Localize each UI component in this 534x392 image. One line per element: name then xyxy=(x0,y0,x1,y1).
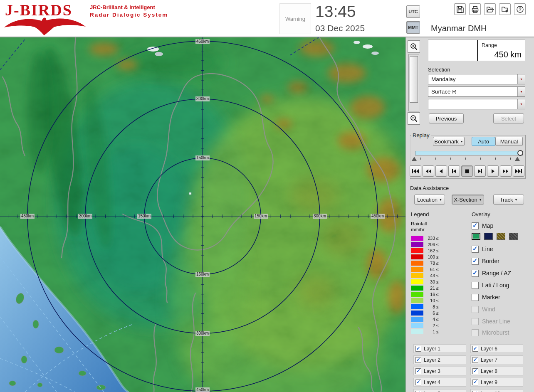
layer-item[interactable]: Layer 2 xyxy=(413,355,466,364)
legend-label: Legend xyxy=(411,211,429,217)
open-button[interactable] xyxy=(484,3,496,15)
station-name: Myanmar DMH xyxy=(431,24,487,33)
location-button[interactable]: Location▼ xyxy=(414,195,445,205)
layer-item[interactable]: Layer 3 xyxy=(413,367,466,375)
extra-dropdown-value xyxy=(428,99,517,109)
product-dropdown[interactable]: Surface R ▼ xyxy=(428,86,525,97)
previous-button[interactable]: Previous xyxy=(429,113,464,123)
auto-mode-button[interactable]: Auto xyxy=(472,137,495,146)
legend-swatch xyxy=(411,304,423,309)
skip-to-start-button[interactable] xyxy=(410,165,421,177)
zoom-scrollbar-thumb[interactable] xyxy=(410,56,418,103)
extra-dropdown[interactable]: ▼ xyxy=(428,99,525,109)
slider-start-marker[interactable] xyxy=(412,157,417,161)
overlay-item-map[interactable]: Map xyxy=(472,222,493,230)
layer-label: Layer 8 xyxy=(481,368,497,374)
zoom-out-button[interactable] xyxy=(408,112,420,125)
overlay-item-border[interactable]: Border xyxy=(472,257,499,265)
layer-label: Layer 4 xyxy=(424,380,440,385)
fast-forward-icon xyxy=(502,169,509,174)
ring-label: 150km xyxy=(137,214,151,219)
map-palette-swatch-1[interactable] xyxy=(472,233,480,240)
checkbox[interactable] xyxy=(415,380,421,385)
chevron-down-icon: ▼ xyxy=(439,198,442,201)
fast-forward-button[interactable] xyxy=(500,165,512,177)
play-backward-button[interactable] xyxy=(435,165,447,177)
checkbox[interactable] xyxy=(472,357,478,363)
checkbox[interactable] xyxy=(415,357,421,363)
clock-date: 03 Dec 2025 xyxy=(315,23,365,33)
ring-label: 150km xyxy=(254,214,268,219)
layer-item[interactable]: Layer 8 xyxy=(470,367,523,375)
track-button[interactable]: Track▼ xyxy=(493,195,524,205)
fast-rewind-button[interactable] xyxy=(423,165,434,177)
skip-to-end-button[interactable] xyxy=(513,165,524,177)
checkbox[interactable] xyxy=(415,368,421,374)
overlay-item-marker[interactable]: Marker xyxy=(472,293,500,301)
checkbox[interactable] xyxy=(472,380,478,385)
layer-label: Layer 3 xyxy=(424,368,440,374)
help-button[interactable]: ? xyxy=(514,3,526,15)
checkbox[interactable] xyxy=(472,222,479,229)
overlay-item-lati-long[interactable]: Lati / Long xyxy=(472,281,509,289)
selection-label: Selection xyxy=(428,67,450,73)
step-forward-button[interactable] xyxy=(474,165,486,177)
zoom-scrollbar[interactable] xyxy=(408,54,419,111)
track-label: Track xyxy=(500,197,513,203)
site-dropdown[interactable]: Mandalay ▼ xyxy=(428,74,525,84)
layer-item[interactable]: Layer 9 xyxy=(470,378,523,387)
overlay-item-range-az[interactable]: Range / AZ xyxy=(472,269,511,277)
checkbox[interactable] xyxy=(472,294,479,301)
layer-label: Layer 1 xyxy=(424,346,440,352)
play-button[interactable] xyxy=(487,165,499,177)
bookmark-button[interactable]: Bookmark▼ xyxy=(433,137,465,146)
mmt-button[interactable]: MMT xyxy=(406,21,420,34)
checkbox[interactable] xyxy=(415,346,421,352)
bookmark-label: Bookmark xyxy=(434,138,459,145)
export-button[interactable] xyxy=(499,3,511,15)
step-backward-button[interactable] xyxy=(448,165,460,177)
open-folder-icon xyxy=(486,5,494,13)
print-button[interactable] xyxy=(469,3,481,15)
legend-entry: 10≤ xyxy=(411,298,439,303)
product-dropdown-value: Surface R xyxy=(428,87,517,96)
overlay-item-line[interactable]: Line xyxy=(472,245,493,253)
select-button[interactable]: Select xyxy=(493,113,524,123)
radar-map[interactable]: 450km 300km 150km 150km 300km 450km 450k… xyxy=(0,37,405,392)
checkbox[interactable] xyxy=(472,391,478,392)
legend-swatch xyxy=(411,273,423,278)
zoom-in-button[interactable] xyxy=(408,40,420,53)
dropdown-arrow-icon[interactable]: ▼ xyxy=(517,87,525,96)
map-palette-swatch-3[interactable] xyxy=(497,233,505,240)
map-palette-swatch-2[interactable] xyxy=(484,233,493,240)
xsection-button[interactable]: X-Section▼ xyxy=(452,195,484,205)
range-display: Range 450 km xyxy=(428,39,525,61)
layer-item[interactable]: Layer 5 xyxy=(413,389,466,392)
layer-item[interactable]: Layer 6 xyxy=(470,344,523,353)
toolbar: ? xyxy=(454,3,526,15)
checkbox[interactable] xyxy=(415,391,421,392)
dropdown-arrow-icon[interactable]: ▼ xyxy=(517,99,525,109)
layer-item[interactable]: Layer 10 xyxy=(470,389,523,392)
checkbox[interactable] xyxy=(472,246,479,253)
checkbox[interactable] xyxy=(472,368,478,374)
layer-item[interactable]: Layer 1 xyxy=(413,344,466,353)
checkbox xyxy=(472,329,479,336)
utc-button[interactable]: UTC xyxy=(406,5,420,18)
map-palette-swatch-4[interactable] xyxy=(509,233,518,240)
manual-mode-button[interactable]: Manual xyxy=(495,137,523,146)
replay-timeline-slider[interactable] xyxy=(415,151,523,155)
checkbox[interactable] xyxy=(472,270,479,277)
skip-to-start-icon xyxy=(412,169,419,174)
layer-item[interactable]: Layer 4 xyxy=(413,378,466,387)
replay-slider-thumb[interactable] xyxy=(517,150,523,156)
save-button[interactable] xyxy=(454,3,466,15)
checkbox[interactable] xyxy=(472,282,479,289)
layer-item[interactable]: Layer 7 xyxy=(470,355,523,364)
checkbox[interactable] xyxy=(472,346,478,352)
export-icon xyxy=(501,5,509,13)
stop-button[interactable] xyxy=(461,165,473,177)
checkbox[interactable] xyxy=(472,258,479,265)
dropdown-arrow-icon[interactable]: ▼ xyxy=(517,74,525,84)
eagle-logo-icon xyxy=(3,15,87,36)
